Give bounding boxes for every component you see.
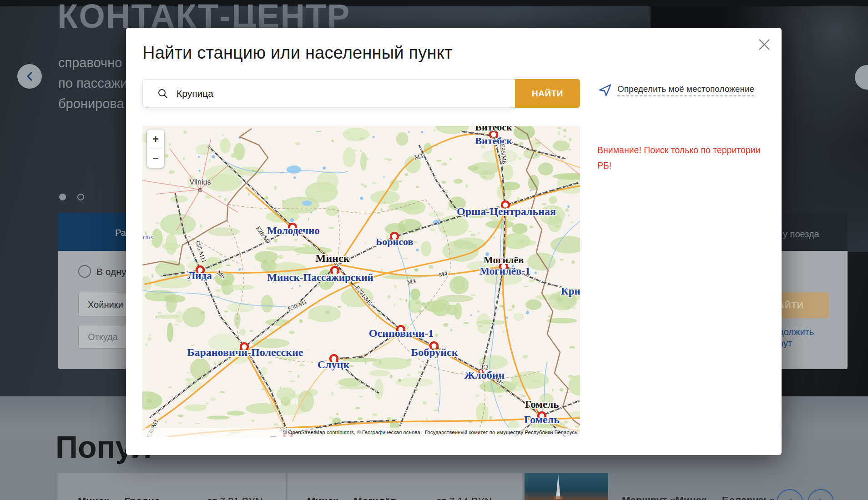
tower-photo-graphic: [525, 473, 608, 500]
map-road-label: Е2: [481, 363, 489, 371]
chevron-left-icon: [787, 498, 792, 500]
map-city-label: Витебск: [475, 126, 512, 133]
search-field[interactable]: [142, 79, 515, 108]
find-button[interactable]: НАЙТИ: [515, 79, 580, 108]
chevron-left-icon: [26, 71, 33, 81]
map-station-label[interactable]: Борисов: [376, 236, 414, 247]
one-way-radio[interactable]: [78, 265, 91, 278]
locate-arrow-icon: [598, 83, 612, 97]
close-icon[interactable]: [755, 36, 773, 54]
map-attribution: © OpenStreetMap contributors, © Географи…: [283, 430, 577, 435]
hero-subtitle-line: по пассажи: [58, 73, 127, 94]
hero-subtitle-line: справочно: [58, 53, 127, 73]
map-station-label[interactable]: Минск-Пассажирский: [267, 272, 373, 283]
search-icon: [157, 88, 168, 99]
map-station-label[interactable]: Могилёв-1: [479, 265, 530, 277]
map-canvas[interactable]: ВитебскМинскМогилёвГомельВитебскОрша-Цен…: [142, 126, 580, 437]
map-station-label[interactable]: Бобруйск: [411, 346, 458, 358]
tab-train-number-label[interactable]: у поезда: [783, 229, 819, 240]
locate-link[interactable]: Определить моё местоположение: [598, 83, 754, 97]
map-city-label: Гомель: [525, 399, 559, 410]
route-price: от 7,91 BYN: [207, 495, 262, 500]
map-place-label: Vilnius: [190, 178, 211, 186]
map-city-label: Минск: [316, 252, 350, 264]
map-station-label[interactable]: Молодечно: [267, 225, 319, 236]
continue-route-link[interactable]: должить: [778, 327, 814, 337]
search-warning: Внимание! Поиск только по территории РБ!: [597, 142, 770, 173]
promo-route-label: Маршрут «Минск — Беларусь»: [622, 495, 775, 500]
carousel-dot-active[interactable]: [59, 194, 66, 200]
hero-subtitle: справочно по пассажи бронирова: [58, 53, 127, 114]
route-price: от 7,14 BYN: [436, 495, 492, 500]
station-search-modal: Найти станцию или населенный пункт НАЙТИ…: [126, 28, 782, 455]
map-station-label[interactable]: Витебск: [475, 135, 512, 146]
hero-prev-button[interactable]: [17, 64, 42, 89]
map-station-label[interactable]: Гомель: [524, 414, 560, 425]
carousel-dot[interactable]: [77, 194, 84, 200]
map-zoom-control: + −: [147, 130, 164, 168]
map-station-label[interactable]: Кри: [561, 285, 580, 297]
map-zoom-out-button[interactable]: −: [147, 149, 164, 168]
promo-photo[interactable]: [525, 473, 608, 500]
map-station-label[interactable]: Слуцк: [318, 359, 350, 370]
modal-title: Найти станцию или населенный пункт: [142, 43, 453, 63]
one-way-radio-label[interactable]: В одну: [96, 266, 126, 277]
map-city-label: Могилёв: [484, 254, 524, 265]
map-station-label[interactable]: Барановичи-Полесские: [187, 346, 303, 358]
route-card[interactable]: Минск — Могилёв от 7,14 BYN: [288, 473, 522, 500]
map-place-label: ritis: [143, 234, 153, 240]
locate-link-label: Определить моё местоположение: [617, 84, 754, 96]
hero-subtitle-line: бронирова: [58, 94, 127, 114]
tab-schedule-label[interactable]: Ра: [115, 228, 126, 238]
map-station-label[interactable]: Лида: [187, 270, 212, 281]
map-container[interactable]: ВитебскМинскМогилёвГомельВитебскОрша-Цен…: [142, 126, 580, 437]
page: КОНТАКТ-ЦЕНТР справочно по пассажи брони…: [0, 0, 868, 500]
chevron-right-icon: [818, 498, 823, 500]
route-card[interactable]: Минск — Гродно от 7,91 BYN: [58, 473, 286, 500]
route-label: Минск — Гродно: [78, 495, 161, 500]
map-zoom-in-button[interactable]: +: [147, 130, 164, 149]
map-station-label[interactable]: Орша-Центральная: [457, 205, 556, 217]
route-label: Минск — Могилёв: [307, 495, 397, 500]
station-search-input[interactable]: [176, 88, 487, 100]
map-station-label[interactable]: Осиповичи-1: [369, 327, 434, 339]
